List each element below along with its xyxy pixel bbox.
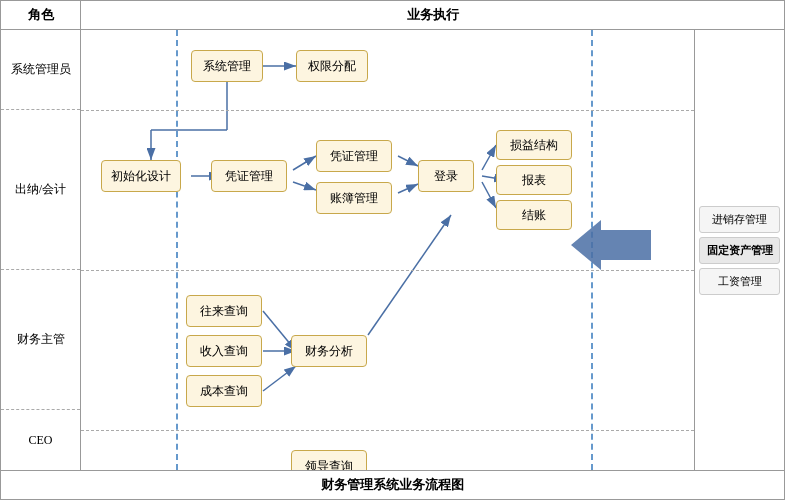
role-cashier: 出纳/会计 <box>1 110 80 270</box>
big-arrow <box>571 220 651 274</box>
footer-label: 财务管理系统业务流程图 <box>321 477 464 492</box>
svg-line-7 <box>398 156 418 166</box>
content-area: 系统管理员 出纳/会计 财务主管 CEO <box>1 30 784 470</box>
footer: 财务管理系统业务流程图 <box>1 470 784 499</box>
svg-line-11 <box>482 182 496 208</box>
svg-line-8 <box>398 184 418 193</box>
svg-line-15 <box>368 215 451 335</box>
diagram-area: 系统管理 权限分配 初始化设计 凭证管理 凭证管理 账簿管理 登录 损益结构 <box>81 30 694 470</box>
big-arrow-svg <box>571 220 651 270</box>
box-voucher-mgmt: 凭证管理 <box>211 160 287 192</box>
svg-line-14 <box>263 366 296 391</box>
box-cost-query: 成本查询 <box>186 375 262 407</box>
box-sys-mgmt: 系统管理 <box>191 50 263 82</box>
box-login: 登录 <box>418 160 474 192</box>
separator-2 <box>81 270 694 271</box>
box-closing: 结账 <box>496 200 572 230</box>
side-panel: 进销存管理 固定资产管理 工资管理 <box>694 30 784 470</box>
box-leader-query: 领导查询 <box>291 450 367 470</box>
main-header: 业务执行 <box>81 1 784 29</box>
side-box-payroll: 工资管理 <box>699 268 780 295</box>
role-column: 系统管理员 出纳/会计 财务主管 CEO <box>1 30 81 470</box>
separator-1 <box>81 110 694 111</box>
svg-line-5 <box>293 156 316 170</box>
svg-marker-17 <box>571 220 651 270</box>
separator-3 <box>81 430 694 431</box>
role-fin-mgr: 财务主管 <box>1 270 80 410</box>
svg-line-6 <box>293 182 316 190</box>
box-fin-analysis: 财务分析 <box>291 335 367 367</box>
box-transaction-query: 往来查询 <box>186 295 262 327</box>
role-sys-mgr: 系统管理员 <box>1 30 80 110</box>
dashed-line-1 <box>176 30 178 470</box>
side-box-sales-inventory: 进销存管理 <box>699 206 780 233</box>
box-ledger-mgmt: 账簿管理 <box>316 182 392 214</box>
svg-line-9 <box>482 145 496 170</box>
role-ceo: CEO <box>1 410 80 470</box>
box-pnl-struct: 损益结构 <box>496 130 572 160</box>
title-row: 角色 业务执行 <box>1 1 784 30</box>
box-init-design: 初始化设计 <box>101 160 181 192</box>
box-income-query: 收入查询 <box>186 335 262 367</box>
box-voucher-mgmt2: 凭证管理 <box>316 140 392 172</box>
side-box-fixed-assets: 固定资产管理 <box>699 237 780 264</box>
box-auth-dist: 权限分配 <box>296 50 368 82</box>
role-header: 角色 <box>1 1 81 29</box>
box-report: 报表 <box>496 165 572 195</box>
main-container: 角色 业务执行 系统管理员 出纳/会计 财务主管 CEO <box>0 0 785 500</box>
